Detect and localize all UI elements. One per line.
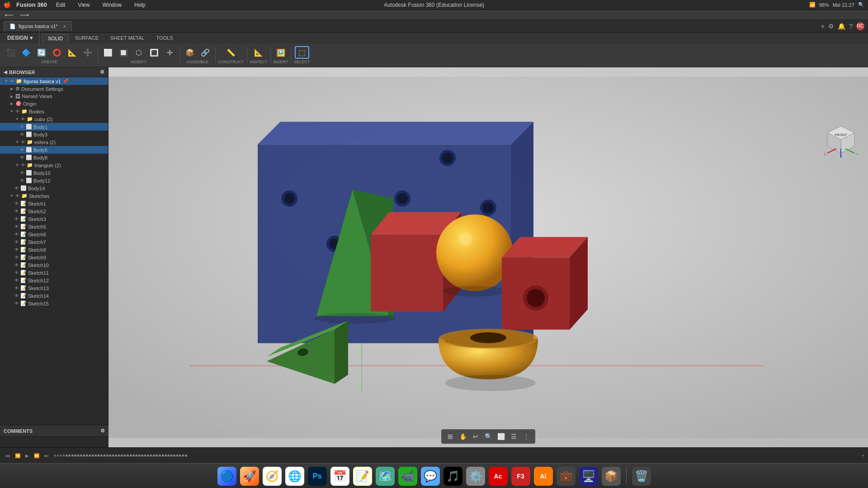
dock-maps[interactable]: 🗺️: [376, 467, 395, 486]
tree-sketch7[interactable]: 👁 📝 Sketch7: [0, 238, 108, 246]
tree-sketch13[interactable]: 👁 📝 Sketch13: [0, 284, 108, 292]
timeline-prev-button[interactable]: ⏪: [13, 452, 22, 459]
pattern-button[interactable]: ➕: [80, 46, 95, 59]
menu-edit[interactable]: View: [75, 1, 94, 9]
view-zoom-button[interactable]: 🔍: [483, 431, 494, 442]
tree-sketch11[interactable]: 👁 📝 Sketch11: [0, 269, 108, 277]
tree-body1[interactable]: 👁 ⬜ Body1: [0, 123, 108, 131]
tree-sketch5[interactable]: 👁 📝 Sketch5: [0, 223, 108, 230]
menu-file[interactable]: Edit: [52, 1, 69, 9]
viewport[interactable]: FRONT Z X Y ⊞ ✋ ↩ 🔍 ⬜ ☰ ⋮: [108, 67, 868, 447]
tree-sketch2[interactable]: 👁 📝 Sketch2: [0, 207, 108, 215]
dock-launchpad[interactable]: 🚀: [240, 467, 259, 486]
menu-view[interactable]: Window: [99, 1, 125, 9]
pin-icon[interactable]: 📌: [63, 79, 68, 84]
tree-body3[interactable]: 👁 ⬜ Body3: [0, 131, 108, 138]
orientation-cube[interactable]: FRONT Z X Y: [823, 122, 859, 158]
tree-sketch6[interactable]: 👁 📝 Sketch6: [0, 230, 108, 238]
tree-sketch15[interactable]: 👁 📝 Sketch15: [0, 300, 108, 307]
view-grid-button[interactable]: ⊞: [445, 431, 456, 442]
dock-trash[interactable]: 🗑️: [632, 467, 651, 486]
tab-solid[interactable]: SOLID: [42, 34, 69, 42]
dock-music[interactable]: 🎵: [443, 467, 462, 486]
menu-window[interactable]: Help: [131, 1, 149, 9]
view-more-button[interactable]: ⋮: [521, 431, 532, 442]
menu-help[interactable]: [155, 4, 162, 6]
joint-button[interactable]: 🔗: [198, 46, 212, 59]
tree-origin[interactable]: ▶ 🎯 Origin: [0, 100, 108, 108]
chamfer-button[interactable]: ⬡: [132, 46, 146, 59]
tree-body14[interactable]: 👁 ⬜ Body14: [0, 184, 108, 192]
view-fit-button[interactable]: ⬜: [495, 431, 506, 442]
dock-calendar[interactable]: 📅: [330, 467, 349, 486]
tree-esfera[interactable]: ▼ 👁 📁 esfera (2): [0, 138, 108, 146]
tree-sketch10[interactable]: 👁 📝 Sketch10: [0, 261, 108, 269]
bell-icon[interactable]: 🔔: [838, 23, 845, 30]
browser-settings-icon[interactable]: ⚙: [100, 69, 104, 75]
dock-app[interactable]: 📦: [602, 467, 621, 486]
fillet-button[interactable]: 📐: [65, 46, 80, 59]
dock-finder[interactable]: 🔵: [217, 467, 236, 486]
tree-sketch9[interactable]: 👁 📝 Sketch9: [0, 253, 108, 261]
tree-document-settings[interactable]: ▶ ⚙ Document Settings: [0, 85, 108, 93]
offset-plane-button[interactable]: 📏: [224, 46, 238, 59]
tree-sketch3[interactable]: 👁 📝 Sketch3: [0, 215, 108, 223]
timeline-play-button[interactable]: ▶: [24, 452, 31, 459]
tree-sketches[interactable]: ▼ 👁 📁 Sketches: [0, 192, 108, 200]
tab-tools[interactable]: TOOLS: [151, 34, 178, 42]
tab-surface[interactable]: SURFACE: [70, 34, 104, 42]
timeline-start-button[interactable]: ⏮: [4, 452, 12, 459]
shell-button[interactable]: 🔳: [147, 46, 161, 59]
timeline-next-button[interactable]: ⏩: [32, 452, 41, 459]
dock-fusion360[interactable]: F3: [511, 467, 530, 486]
undo-button[interactable]: ⟵: [2, 10, 16, 20]
search-icon[interactable]: 🔍: [858, 2, 864, 8]
new-comp-button[interactable]: 📦: [183, 46, 197, 59]
tree-sketch14[interactable]: 👁 📝 Sketch14: [0, 292, 108, 300]
select-button[interactable]: ⬚: [295, 46, 309, 59]
timeline-end-button[interactable]: ⏭: [42, 452, 51, 459]
move-button[interactable]: ✛: [162, 46, 177, 59]
tree-body8[interactable]: 👁 ⬜ Body8: [0, 154, 108, 161]
dock-messages[interactable]: 💬: [421, 467, 440, 486]
dock-notes[interactable]: 📝: [353, 467, 372, 486]
document-tab[interactable]: 📄 figuras basica v1* ×: [4, 21, 72, 31]
settings-tab-button[interactable]: ⚙: [828, 23, 834, 30]
tree-sketch1[interactable]: 👁 📝 Sketch1: [0, 200, 108, 207]
tree-cubo[interactable]: ▼ 👁 📁 cubo (2): [0, 115, 108, 123]
dock-illustrator[interactable]: Ai: [534, 467, 553, 486]
tree-sketch12[interactable]: 👁 📝 Sketch12: [0, 277, 108, 284]
view-display-button[interactable]: ☰: [508, 431, 519, 442]
redo-button[interactable]: ⟶: [17, 10, 32, 20]
tree-body12[interactable]: 👁 ⬜ Body12: [0, 177, 108, 184]
dock-browser[interactable]: 🖥️: [579, 467, 598, 486]
dock-unknown1[interactable]: 💼: [557, 467, 576, 486]
fillet-mod-button[interactable]: 🔲: [116, 46, 131, 59]
view-pan-button[interactable]: ✋: [458, 431, 468, 442]
dock-system[interactable]: ⚙️: [466, 467, 485, 486]
view-orbit-button[interactable]: ↩: [470, 431, 481, 442]
tree-triangulo[interactable]: ▼ 👁 📁 triangulo (2): [0, 161, 108, 169]
add-tab-button[interactable]: +: [821, 23, 825, 30]
tree-body6[interactable]: 👁 ⬜ Body6: [0, 146, 108, 154]
tree-bodies[interactable]: ▼ 👁 📁 Bodies: [0, 108, 108, 115]
dock-acrobat[interactable]: Ac: [489, 467, 508, 486]
root-expand-icon[interactable]: ▼: [4, 79, 9, 84]
measure-button[interactable]: 📐: [251, 46, 266, 59]
tab-sheet-metal[interactable]: SHEET METAL: [105, 34, 150, 42]
sweep-button[interactable]: ⭕: [50, 46, 64, 59]
dock-chrome[interactable]: 🌐: [285, 467, 304, 486]
press-pull-button[interactable]: ⬜: [101, 46, 115, 59]
root-eye-icon[interactable]: 👁: [10, 79, 14, 84]
user-avatar[interactable]: RC: [856, 22, 864, 30]
revolve-button[interactable]: 🔄: [34, 46, 49, 59]
app-name[interactable]: Fusion 360: [16, 1, 47, 8]
collapse-sidebar-icon[interactable]: ◀: [4, 70, 7, 75]
extrude-button[interactable]: 🔷: [19, 46, 33, 59]
tree-sketch8[interactable]: 👁 📝 Sketch8: [0, 246, 108, 253]
dock-facetime[interactable]: 📹: [398, 467, 417, 486]
new-component-button[interactable]: ⬛: [4, 46, 18, 59]
tree-named-views[interactable]: ▶ 🖼 Named Views: [0, 93, 108, 100]
dock-safari[interactable]: 🧭: [263, 467, 282, 486]
apple-icon[interactable]: 🍎: [4, 1, 11, 8]
